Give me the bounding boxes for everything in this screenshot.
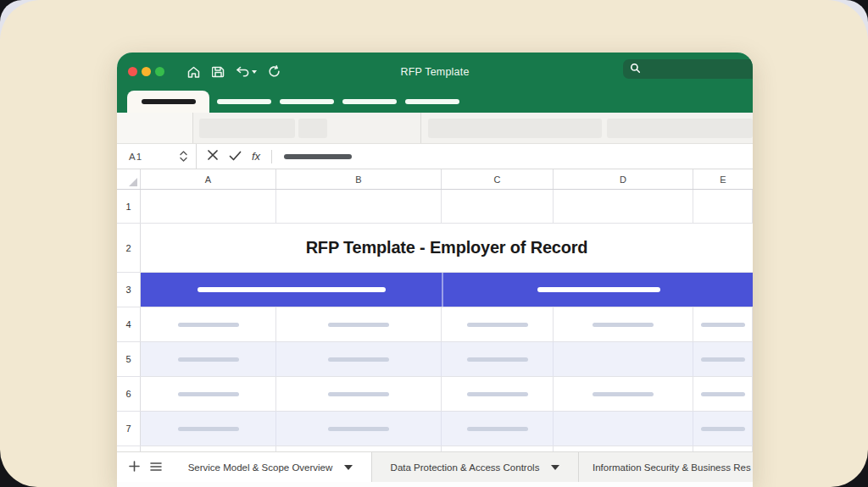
cell[interactable] [554, 377, 693, 411]
placeholder-bar [328, 427, 389, 431]
column-header-B[interactable]: B [276, 169, 442, 189]
sheet-tab-3[interactable]: Information Security & Business Res [578, 452, 753, 482]
placeholder-bar [328, 357, 389, 362]
cell[interactable] [554, 342, 693, 376]
cell[interactable] [442, 307, 554, 341]
placeholder-bar [467, 323, 528, 327]
cancel-icon[interactable] [207, 149, 219, 164]
placeholder-bar [178, 427, 239, 431]
cell[interactable] [141, 446, 276, 451]
sheet-tab-bar: Service Model & Scope OverviewData Prote… [117, 451, 753, 482]
ribbon-tab-active[interactable] [127, 91, 209, 113]
row-number-6[interactable]: 6 [117, 377, 141, 411]
sheet-tab-label: Information Security & Business Res [593, 462, 751, 473]
cell[interactable] [276, 377, 442, 411]
select-all-corner[interactable] [117, 169, 141, 189]
column-header-C[interactable]: C [442, 169, 554, 189]
cell-reference-box[interactable]: A1 [117, 144, 197, 169]
cell[interactable] [693, 307, 753, 341]
cell[interactable] [141, 342, 276, 376]
cell[interactable] [442, 446, 554, 451]
fx-icon[interactable]: fx [252, 150, 260, 163]
sheet-tabs: Service Model & Scope OverviewData Prote… [170, 452, 753, 482]
ribbon-tab-strip [117, 91, 753, 113]
formula-content-placeholder[interactable] [284, 154, 352, 159]
cell[interactable] [276, 446, 442, 451]
row-number-5[interactable]: 5 [117, 342, 141, 376]
cell[interactable] [276, 412, 442, 445]
window-header: RFP Template [117, 53, 753, 113]
grid-row-4: 4 [117, 307, 753, 342]
cell[interactable] [693, 190, 753, 223]
cell[interactable] [693, 412, 753, 445]
cell[interactable] [141, 377, 276, 411]
cell[interactable] [442, 190, 554, 223]
cell[interactable] [693, 446, 753, 451]
sheet-title[interactable]: RFP Template - Employer of Record [141, 224, 753, 272]
cell[interactable] [554, 190, 693, 223]
placeholder-bar [467, 357, 528, 362]
formula-bar-buttons: fx [197, 149, 260, 164]
column-headers: ABCDE [141, 169, 753, 189]
placeholder-bar [178, 323, 239, 327]
grid-row-3: 3 [117, 273, 753, 307]
dropdown-icon[interactable] [551, 465, 559, 474]
placeholder-bar [467, 427, 528, 431]
cell[interactable] [442, 377, 554, 411]
grid-rows: 12RFP Template - Employer of Record34567 [117, 190, 753, 451]
ribbon-left-panel [117, 113, 193, 143]
grid-row-partial [117, 446, 753, 451]
grid-row-5: 5 [117, 342, 753, 377]
sheet-tab-2[interactable]: Data Protection & Access Controls [371, 452, 578, 482]
ribbon-tab[interactable] [280, 99, 334, 104]
cell[interactable] [141, 307, 276, 341]
header-placeholder-bar [537, 287, 660, 292]
dropdown-icon[interactable] [344, 465, 353, 474]
column-header-D[interactable]: D [554, 169, 693, 189]
ribbon-tab[interactable] [342, 99, 397, 104]
select-all-icon [129, 178, 137, 186]
window-bottom-strip [117, 482, 753, 487]
cell[interactable] [554, 446, 693, 451]
column-header-A[interactable]: A [141, 169, 276, 189]
formula-bar: A1 fx [117, 144, 753, 169]
ribbon-tab[interactable] [217, 99, 271, 104]
header-placeholder-bar [198, 287, 386, 292]
sheet-tab-1[interactable]: Service Model & Scope Overview [170, 452, 371, 482]
placeholder-bar [328, 392, 389, 396]
row-number-4[interactable]: 4 [117, 307, 141, 341]
row-number-1[interactable]: 1 [117, 190, 141, 223]
placeholder-bar [593, 392, 654, 396]
cell[interactable] [276, 342, 442, 376]
ribbon-placeholder-block [607, 119, 753, 138]
placeholder-bar [178, 392, 239, 396]
row-number-3[interactable]: 3 [117, 273, 141, 307]
add-sheet-icon[interactable] [129, 460, 140, 475]
cell[interactable] [693, 377, 753, 411]
sheet-menu-icon[interactable] [150, 460, 162, 475]
name-box-stepper-icon[interactable] [180, 151, 187, 162]
placeholder-bar [701, 427, 745, 431]
row-number-partial[interactable] [117, 446, 141, 451]
ribbon-tab[interactable] [405, 99, 459, 104]
enter-icon[interactable] [229, 149, 242, 164]
ribbon-tab-label-placeholder [142, 99, 196, 104]
cell[interactable] [554, 307, 693, 341]
cell[interactable] [554, 412, 693, 445]
cell[interactable] [276, 190, 442, 223]
cell-reference: A1 [129, 152, 180, 162]
row-number-2[interactable]: 2 [117, 224, 141, 272]
cell[interactable] [141, 190, 276, 223]
placeholder-bar [467, 392, 528, 396]
cell[interactable] [141, 412, 276, 445]
row-number-7[interactable]: 7 [117, 412, 141, 445]
cell[interactable] [442, 342, 554, 376]
grid-row-1: 1 [117, 190, 753, 224]
column-header-E[interactable]: E [693, 169, 753, 189]
cell[interactable] [693, 342, 753, 376]
cell[interactable] [276, 307, 442, 341]
ribbon-toolbar [117, 113, 753, 144]
cell[interactable] [442, 412, 554, 445]
search-box[interactable] [623, 59, 753, 79]
header-band[interactable] [141, 273, 753, 307]
